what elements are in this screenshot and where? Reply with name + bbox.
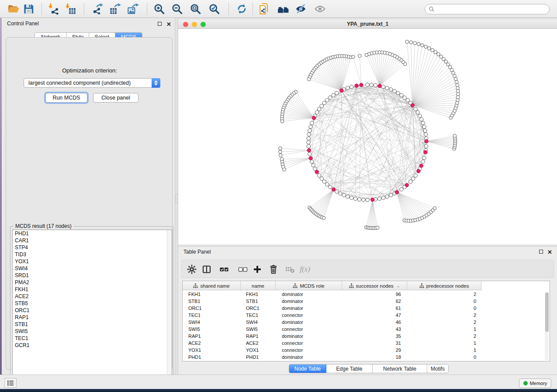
cell-successor-nodes: 18 [342, 354, 407, 361]
column-settings-icon[interactable] [185, 262, 199, 276]
minimize-window-icon[interactable] [192, 22, 197, 27]
open-session-icon[interactable] [6, 2, 21, 16]
close-panel-icon[interactable]: ✕ [166, 22, 171, 27]
show-hidden-icon[interactable] [312, 2, 327, 16]
list-item[interactable]: ACE2 [13, 293, 172, 300]
search-input[interactable] [435, 6, 549, 12]
table-row[interactable]: STB1STB1dominator620 [183, 298, 481, 305]
select-all-columns-icon[interactable] [217, 262, 231, 276]
cell-name: TEC1 [241, 312, 276, 319]
refresh-view-icon[interactable] [234, 2, 249, 16]
cell-name: ORC1 [241, 305, 276, 312]
splitter-handle[interactable] [176, 194, 177, 203]
column-namespace-icon [419, 283, 424, 288]
memory-button[interactable]: Memory [519, 378, 551, 388]
list-item[interactable]: PHD1 [13, 230, 172, 237]
deselect-all-columns-icon[interactable] [236, 262, 250, 276]
zoom-out-icon[interactable] [170, 2, 184, 16]
cell-MCDS-role: dominator [276, 333, 342, 340]
table-row[interactable]: SWI4SWI4dominator462 [183, 319, 481, 326]
list-item[interactable]: ORC1 [13, 307, 172, 314]
run-mcds-button[interactable]: Run MCDS [45, 93, 87, 103]
panel-list-button[interactable] [4, 378, 17, 388]
list-item[interactable]: SRD1 [13, 272, 172, 279]
network-window-titlebar[interactable]: YPA_prune.txt_1 [178, 20, 557, 29]
mcds-result-list[interactable]: PHD1CAR1STP4TID3YOX1SWI4SRD1PMA2FKH1ACE2… [12, 230, 172, 384]
function-builder-icon[interactable]: f(x) [298, 262, 312, 276]
import-table-icon[interactable] [63, 2, 78, 16]
vertical-splitter[interactable] [175, 18, 178, 375]
list-item[interactable]: PMA2 [13, 279, 172, 286]
cell-name: SWI5 [241, 326, 276, 333]
list-item[interactable]: TEC1 [13, 335, 172, 342]
list-item[interactable]: STP4 [13, 244, 172, 251]
table-row[interactable]: YOX1YOX1connector291 [183, 347, 481, 354]
cell-shared-name: TEC1 [183, 312, 241, 319]
new-network-from-selection-icon[interactable] [257, 2, 272, 16]
import-network-icon[interactable] [46, 2, 61, 16]
tab-motifs[interactable]: Motifs [427, 364, 448, 373]
float-panel-icon[interactable] [158, 22, 162, 26]
float-panel-icon[interactable] [539, 250, 543, 254]
save-session-icon[interactable] [21, 2, 36, 16]
network-canvas[interactable] [178, 29, 557, 244]
list-item[interactable]: SWI5 [13, 328, 172, 335]
cell-MCDS-role: connector [276, 347, 342, 354]
export-image-icon[interactable] [125, 2, 140, 16]
list-item[interactable]: CAR1 [13, 237, 172, 244]
network-overview-icon[interactable] [276, 2, 291, 16]
tab-edge-table[interactable]: Edge Table [326, 364, 373, 373]
list-scrollbar[interactable] [167, 230, 172, 383]
search-box[interactable] [425, 4, 550, 14]
cell-name: SWI4 [241, 319, 276, 326]
toolbar-separator [253, 3, 253, 15]
zoom-selected-icon[interactable] [207, 2, 221, 16]
close-panel-button[interactable]: Close panel [93, 93, 138, 103]
table-row[interactable]: TEC1TEC1connector472 [183, 312, 481, 319]
table-row[interactable]: SWI5SWI5connector431 [183, 326, 481, 333]
table-toolbar: f(x) [181, 260, 554, 278]
table-row[interactable]: ORC1ORC1dominator610 [183, 305, 481, 312]
list-item[interactable]: FKH1 [13, 286, 172, 293]
table-panel: Table Panel ✕ f(x) [178, 247, 557, 375]
delete-table-icon[interactable] [283, 262, 297, 276]
cell-shared-name: STB1 [183, 298, 241, 305]
toggle-panels-icon[interactable] [200, 262, 214, 276]
zoom-in-icon[interactable] [152, 2, 166, 16]
cell-predecessor-nodes: 2 [407, 333, 481, 340]
tab-network-table[interactable]: Network Table [373, 364, 427, 373]
optimization-criterion-select[interactable]: largest connected component (undirected) [24, 78, 160, 88]
list-item[interactable]: STB5 [13, 300, 172, 307]
network-window-title: YPA_prune.txt_1 [178, 20, 557, 29]
table-scrollbar[interactable] [545, 292, 549, 360]
hide-selected-icon[interactable] [293, 2, 308, 16]
list-item[interactable]: TID3 [13, 251, 172, 258]
column-header-predecessor-nodes[interactable]: predecessor nodes [407, 281, 481, 290]
column-header-shared-name[interactable]: shared name [183, 281, 241, 290]
scrollbar-thumb[interactable] [545, 292, 549, 332]
column-header-name[interactable]: name [241, 281, 276, 290]
zoom-fit-icon[interactable] [188, 2, 203, 16]
node-table[interactable]: shared namenameMCDS rolesuccessor nodes⌄… [182, 281, 550, 361]
table-row[interactable]: ACE2ACE2connector311 [183, 340, 481, 347]
table-row[interactable]: RAP1RAP1dominator352 [183, 333, 481, 340]
cell-MCDS-role: dominator [276, 298, 342, 305]
close-panel-icon[interactable]: ✕ [547, 250, 552, 254]
add-column-icon[interactable] [250, 262, 264, 276]
list-item[interactable]: GCR1 [13, 342, 172, 349]
column-header-successor-nodes[interactable]: successor nodes⌄ [342, 281, 407, 290]
export-network-icon[interactable] [90, 2, 104, 16]
column-header-MCDS-role[interactable]: MCDS role [276, 281, 342, 290]
list-item[interactable]: YOX1 [13, 258, 172, 265]
delete-column-icon[interactable] [266, 262, 280, 276]
table-row[interactable]: FKH1FKH1dominator962 [183, 291, 481, 298]
tab-node-table[interactable]: Node Table [289, 364, 326, 373]
close-window-icon[interactable] [183, 22, 188, 27]
cell-predecessor-nodes: 1 [407, 340, 481, 347]
list-item[interactable]: RAP1 [13, 314, 172, 321]
maximize-window-icon[interactable] [201, 22, 206, 27]
table-row[interactable]: PHD1PHD1dominator180 [183, 354, 481, 361]
export-table-icon[interactable] [107, 2, 122, 16]
list-item[interactable]: SWI4 [13, 265, 172, 272]
list-item[interactable]: STB1 [13, 321, 172, 328]
